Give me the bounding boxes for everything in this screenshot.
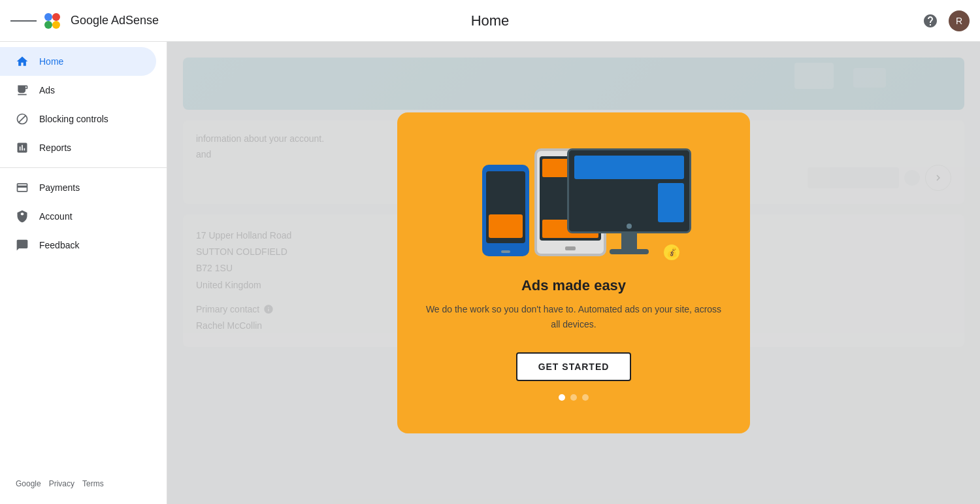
modal-subtitle: We do the work so you don't have to. Aut… xyxy=(423,302,724,331)
sidebar-item-payments-label: Payments xyxy=(39,182,80,193)
main-content: information about your account. and 17 U… xyxy=(167,42,980,504)
sidebar-footer: Google Privacy Terms xyxy=(0,469,167,499)
carousel-dots xyxy=(559,394,589,401)
account-icon xyxy=(16,210,29,223)
topbar-actions: R xyxy=(917,8,970,34)
avatar[interactable]: R xyxy=(949,10,970,31)
payments-icon xyxy=(16,181,29,194)
get-started-button[interactable]: GET STARTED xyxy=(516,352,632,381)
sidebar-item-account-label: Account xyxy=(39,211,73,222)
desktop-device: 💰 xyxy=(567,148,691,256)
sidebar-item-ads[interactable]: Ads xyxy=(0,76,156,105)
block-icon xyxy=(16,112,29,126)
sidebar-divider xyxy=(0,167,167,168)
reports-icon xyxy=(16,141,29,154)
sidebar-item-blocking-label: Blocking controls xyxy=(39,114,108,124)
feedback-icon xyxy=(16,239,29,252)
devices-illustration: 💰 xyxy=(443,139,704,256)
coin-icon: 💰 xyxy=(662,243,681,261)
sidebar-item-reports-label: Reports xyxy=(39,143,71,153)
help-button[interactable] xyxy=(917,8,943,34)
google-logo-icon xyxy=(39,8,65,34)
topbar-logo: Google AdSense xyxy=(39,8,159,34)
phone-device xyxy=(482,165,529,256)
sidebar: Home Ads Blocking controls Reports xyxy=(0,42,167,504)
sidebar-item-feedback[interactable]: Feedback xyxy=(0,231,156,260)
dot-3[interactable] xyxy=(582,394,589,401)
sidebar-item-feedback-label: Feedback xyxy=(39,240,79,250)
svg-point-2 xyxy=(44,21,52,29)
sidebar-item-ads-label: Ads xyxy=(39,85,55,95)
svg-point-3 xyxy=(52,21,60,29)
home-icon xyxy=(16,55,29,68)
sidebar-item-reports[interactable]: Reports xyxy=(0,133,156,162)
sidebar-item-home-label: Home xyxy=(39,56,63,67)
app-name-label: Google AdSense xyxy=(71,14,159,27)
modal-card: 💰 Ads made easy We do the work so you do… xyxy=(397,112,750,433)
topbar: Google AdSense Home R xyxy=(0,0,980,42)
dot-2[interactable] xyxy=(570,394,577,401)
footer-google-link[interactable]: Google xyxy=(16,479,41,488)
modal-title: Ads made easy xyxy=(521,277,626,294)
page-title: Home xyxy=(471,12,510,29)
modal-overlay: 💰 Ads made easy We do the work so you do… xyxy=(167,42,980,504)
ads-icon xyxy=(16,84,29,97)
help-icon xyxy=(923,13,938,29)
footer-privacy-link[interactable]: Privacy xyxy=(49,479,74,488)
svg-point-1 xyxy=(52,13,60,21)
sidebar-item-account[interactable]: Account xyxy=(0,202,156,231)
footer-terms-link[interactable]: Terms xyxy=(82,479,104,488)
menu-button[interactable] xyxy=(10,8,37,34)
dot-1[interactable] xyxy=(559,394,565,401)
sidebar-item-payments[interactable]: Payments xyxy=(0,173,156,202)
svg-point-0 xyxy=(44,13,52,21)
sidebar-item-home[interactable]: Home xyxy=(0,47,156,76)
sidebar-item-blocking-controls[interactable]: Blocking controls xyxy=(0,105,156,133)
